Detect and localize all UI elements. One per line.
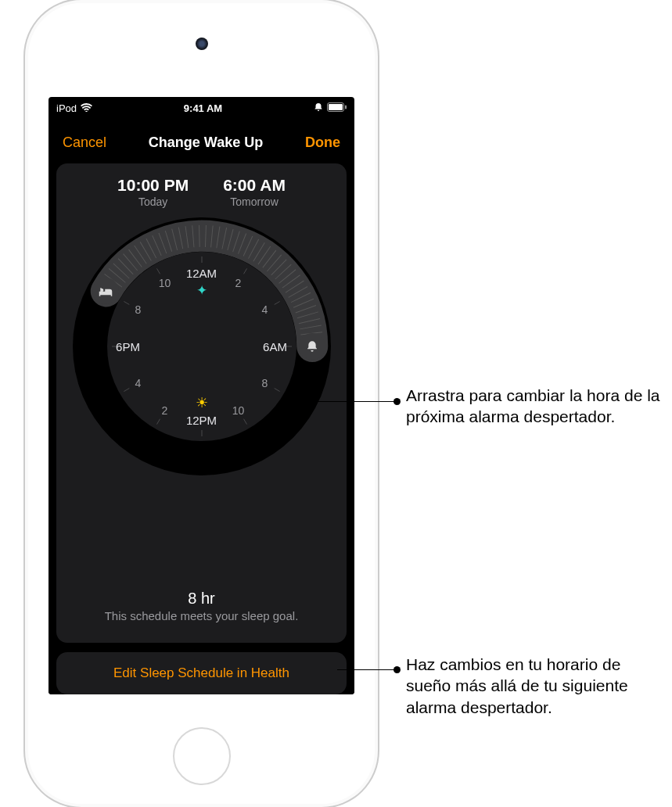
page-title: Change Wake Up xyxy=(149,134,263,151)
bedtime-block: 10:00 PM Today xyxy=(117,176,189,208)
dial-6am: 6AM xyxy=(263,340,287,353)
dial-12am: 12AM xyxy=(186,267,217,280)
dial-8p: 8 xyxy=(135,303,142,316)
svg-line-11 xyxy=(124,389,129,392)
bell-icon xyxy=(306,340,318,353)
wifi-icon xyxy=(81,102,92,114)
dial-6pm: 6PM xyxy=(116,340,140,353)
svg-line-14 xyxy=(156,268,160,274)
dial-4a: 4 xyxy=(262,303,268,316)
cancel-button[interactable]: Cancel xyxy=(63,134,106,151)
bed-icon xyxy=(99,285,113,296)
bedtime-value: 10:00 PM xyxy=(117,176,189,195)
status-time: 9:41 AM xyxy=(184,102,222,114)
dial-2p: 2 xyxy=(162,404,168,417)
app-content: Cancel Change Wake Up Done 10:00 PM Toda… xyxy=(49,116,354,694)
dial-10p: 10 xyxy=(159,277,171,289)
time-row: 10:00 PM Today 6:00 AM Tomorrow xyxy=(117,176,286,208)
screen: iPod 9:41 AM Cancel Change Wake Up Done xyxy=(49,97,354,694)
carrier-label: iPod xyxy=(56,102,77,114)
home-button[interactable] xyxy=(173,727,231,785)
done-button[interactable]: Done xyxy=(305,134,340,151)
device-frame: iPod 9:41 AM Cancel Change Wake Up Done xyxy=(25,0,378,807)
svg-line-7 xyxy=(274,389,279,392)
svg-line-4 xyxy=(243,268,246,274)
wake-handle[interactable] xyxy=(299,333,325,360)
wake-value: 6:00 AM xyxy=(223,176,286,195)
stars-icon: ✦ xyxy=(196,282,207,299)
svg-line-5 xyxy=(274,302,279,305)
wake-block: 6:00 AM Tomorrow xyxy=(223,176,286,208)
sun-icon: ☀ xyxy=(196,394,208,411)
alarm-set-icon xyxy=(314,102,323,114)
edit-schedule-label: Edit Sleep Schedule in Health xyxy=(113,665,289,681)
duration-label: 8 hr xyxy=(105,590,299,608)
dial-face: 12AM 2 4 6AM 8 10 12PM 2 4 6PM 8 10 ✦ ☀ xyxy=(107,252,296,441)
status-bar: iPod 9:41 AM xyxy=(49,97,354,116)
wake-relative: Tomorrow xyxy=(223,195,286,208)
callout-edit-schedule: Haz cambios en tu horario de sueño más a… xyxy=(406,654,668,718)
callout-line-1 xyxy=(312,401,397,402)
dial-10a: 10 xyxy=(232,404,245,417)
summary: 8 hr This schedule meets your sleep goal… xyxy=(105,590,299,622)
sleep-dial[interactable]: 12AM 2 4 6AM 8 10 12PM 2 4 6PM 8 10 ✦ ☀ xyxy=(73,217,331,475)
dial-2a: 2 xyxy=(235,277,242,289)
nav-bar: Cancel Change Wake Up Done xyxy=(56,124,347,163)
bedtime-relative: Today xyxy=(117,195,189,208)
front-camera xyxy=(196,38,208,50)
dial-4p: 4 xyxy=(135,377,142,389)
svg-line-13 xyxy=(124,302,129,305)
svg-line-10 xyxy=(156,419,160,425)
battery-icon xyxy=(327,102,347,114)
callout-line-2 xyxy=(337,669,397,670)
svg-rect-2 xyxy=(345,105,347,109)
bedtime-handle[interactable] xyxy=(92,278,119,304)
callout-alarm-drag: Arrastra para cambiar la hora de la próx… xyxy=(406,385,668,428)
svg-rect-1 xyxy=(329,104,343,110)
svg-line-8 xyxy=(243,419,246,425)
goal-message: This schedule meets your sleep goal. xyxy=(105,609,299,622)
edit-schedule-button[interactable]: Edit Sleep Schedule in Health xyxy=(56,652,347,694)
dial-8a: 8 xyxy=(262,377,268,389)
schedule-card: 10:00 PM Today 6:00 AM Tomorrow xyxy=(56,163,347,643)
dial-12pm: 12PM xyxy=(186,414,217,427)
